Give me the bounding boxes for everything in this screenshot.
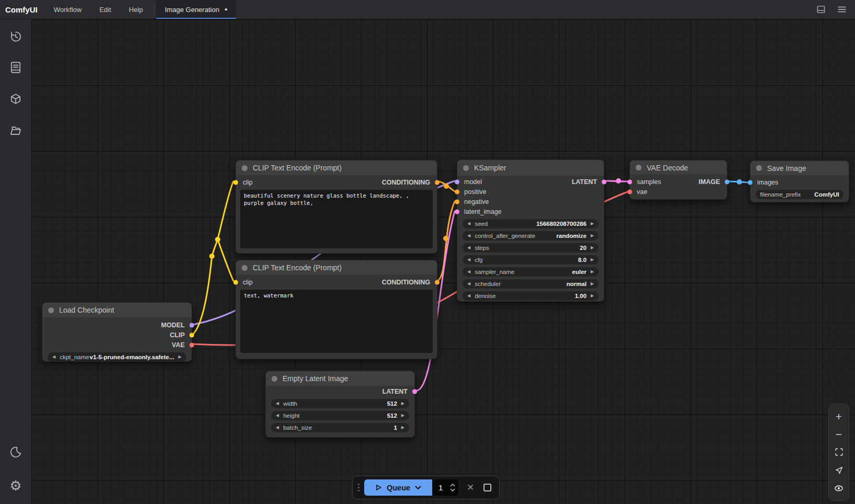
slot-row[interactable]: images — [750, 177, 849, 187]
collapse-dot[interactable] — [463, 165, 469, 171]
collapse-dot[interactable] — [242, 265, 248, 271]
node-clip-text-encode-negative[interactable]: CLIP Text Encode (Prompt) clip CONDITION… — [235, 260, 437, 359]
widget-ckpt-name[interactable]: ◀ ckpt_name v1-5-pruned-emaonly.safete..… — [48, 352, 186, 362]
node-title-bar[interactable]: Load Checkpoint — [42, 303, 192, 317]
prompt-textarea[interactable]: beautiful scenery nature glass bottle la… — [240, 190, 433, 248]
collapse-dot[interactable] — [242, 165, 248, 171]
input-dot-model[interactable] — [455, 179, 459, 184]
output-slot-clip[interactable]: CLIP — [42, 330, 192, 340]
output-slot-vae[interactable]: VAE — [42, 340, 192, 350]
increment-arrow-icon[interactable]: ▶ — [591, 294, 594, 298]
increment-arrow-icon[interactable]: ▶ — [591, 258, 594, 262]
decrement-arrow-icon[interactable]: ◀ — [52, 355, 55, 359]
increment-arrow-icon[interactable]: ▶ — [591, 282, 594, 286]
slot-row[interactable]: samples IMAGE — [630, 177, 727, 187]
increment-arrow-icon[interactable]: ▶ — [591, 222, 594, 226]
node-graph-canvas[interactable]: Load Checkpoint MODEL CLIP VAE ◀ ckpt_na… — [31, 19, 855, 504]
node-save-image[interactable]: Save Image images filename_prefix ComfyU… — [750, 161, 849, 202]
increment-arrow-icon[interactable]: ▶ — [591, 270, 594, 274]
widget-denoise[interactable]: ◀ denoise 1.00 ▶ — [463, 291, 599, 301]
widget-sampler-name[interactable]: ◀ sampler_name euler ▶ — [463, 267, 599, 277]
node-empty-latent-image[interactable]: Empty Latent Image LATENT ◀ width 512 ▶ … — [265, 371, 415, 438]
output-dot-conditioning[interactable] — [435, 180, 440, 185]
output-dot-model[interactable] — [189, 323, 194, 327]
node-clip-text-encode-positive[interactable]: CLIP Text Encode (Prompt) clip CONDITION… — [235, 160, 437, 254]
zoom-out-icon[interactable]: − — [833, 428, 845, 441]
output-slot-model[interactable]: MODEL — [42, 320, 192, 330]
widget-batch-size[interactable]: ◀ batch_size 1 ▶ — [271, 423, 409, 432]
menu-edit[interactable]: Edit — [91, 0, 120, 19]
widget-width[interactable]: ◀ width 512 ▶ — [271, 399, 409, 408]
node-vae-decode[interactable]: VAE Decode samples IMAGE vae — [629, 160, 727, 200]
prompt-textarea[interactable]: text, watermark — [240, 290, 433, 353]
theme-moon-icon[interactable] — [5, 442, 26, 463]
increment-arrow-icon[interactable]: ▶ — [401, 402, 404, 406]
node-title-bar[interactable]: KSampler — [457, 160, 604, 176]
output-dot-latent[interactable] — [412, 389, 417, 394]
slot-row[interactable]: model LATENT — [457, 177, 604, 187]
node-title-bar[interactable]: Save Image — [750, 161, 849, 175]
select-cursor-icon[interactable] — [833, 464, 845, 476]
node-title-bar[interactable]: CLIP Text Encode (Prompt) — [236, 161, 437, 175]
collapse-dot[interactable] — [756, 165, 762, 171]
widget-steps[interactable]: ◀ steps 20 ▶ — [463, 243, 599, 253]
increment-arrow-icon[interactable]: ▶ — [178, 355, 182, 359]
output-dot-latent[interactable] — [602, 179, 606, 184]
batch-count-input[interactable]: 1 — [432, 479, 458, 496]
collapse-dot[interactable] — [636, 165, 642, 170]
history-icon[interactable] — [5, 26, 26, 47]
tab-image-generation[interactable]: Image Generation ● — [156, 0, 236, 19]
output-dot-image[interactable] — [725, 179, 729, 184]
settings-gear-icon[interactable]: ⚙ — [5, 475, 26, 496]
stop-icon[interactable] — [483, 484, 491, 491]
collapse-dot[interactable] — [48, 307, 54, 313]
increment-arrow-icon[interactable]: ▶ — [591, 234, 594, 238]
decrement-arrow-icon[interactable]: ◀ — [467, 258, 470, 262]
widget-filename-prefix[interactable]: filename_prefix ComfyUI — [756, 190, 843, 199]
increment-arrow-icon[interactable]: ▶ — [401, 414, 404, 418]
bottom-panel-icon[interactable] — [815, 4, 827, 15]
queue-button[interactable]: Queue — [364, 479, 432, 496]
zoom-in-icon[interactable]: + — [833, 410, 845, 422]
decrement-arrow-icon[interactable]: ◀ — [467, 234, 470, 238]
decrement-arrow-icon[interactable]: ◀ — [276, 402, 279, 406]
chevron-down-icon[interactable] — [415, 486, 421, 490]
slot-row[interactable]: clip CONDITIONING — [236, 277, 437, 287]
decrement-arrow-icon[interactable]: ◀ — [467, 246, 470, 250]
input-dot-negative[interactable] — [455, 199, 459, 204]
input-dot-vae[interactable] — [627, 189, 632, 194]
widget-seed[interactable]: ◀ seed 156680208700286 ▶ — [463, 219, 599, 228]
widget-control-after-generate[interactable]: ◀ control_after_generate randomize ▶ — [463, 231, 599, 240]
output-dot-clip[interactable] — [189, 333, 194, 337]
input-dot-latent-image[interactable] — [455, 209, 459, 214]
increment-arrow-icon[interactable]: ▶ — [401, 426, 404, 430]
model-library-box-icon[interactable] — [5, 89, 26, 110]
widget-scheduler[interactable]: ◀ scheduler normal ▶ — [463, 279, 599, 289]
hamburger-menu-icon[interactable] — [836, 4, 848, 15]
slot-row[interactable]: positive — [457, 187, 604, 197]
decrement-arrow-icon[interactable]: ◀ — [276, 414, 279, 418]
node-title-bar[interactable]: VAE Decode — [630, 161, 727, 175]
input-dot-images[interactable] — [748, 180, 752, 185]
decrement-arrow-icon[interactable]: ◀ — [467, 270, 470, 274]
menu-help[interactable]: Help — [120, 0, 152, 19]
input-dot-samples[interactable] — [627, 179, 632, 184]
node-load-checkpoint[interactable]: Load Checkpoint MODEL CLIP VAE ◀ ckpt_na… — [42, 302, 192, 362]
fit-view-icon[interactable] — [833, 446, 845, 459]
workflows-folder-icon[interactable] — [5, 120, 26, 141]
node-ksampler[interactable]: KSampler model LATENT positive negative … — [457, 159, 604, 302]
output-slot-latent[interactable]: LATENT — [266, 386, 414, 396]
increment-arrow-icon[interactable]: ▶ — [591, 246, 594, 250]
queue-list-icon[interactable] — [5, 57, 26, 78]
cancel-icon[interactable]: ✕ — [467, 482, 474, 493]
slot-row[interactable]: latent_image — [457, 207, 604, 216]
node-title-bar[interactable]: Empty Latent Image — [266, 371, 414, 386]
slot-row[interactable]: vae — [630, 187, 727, 197]
step-up-icon[interactable] — [450, 484, 455, 487]
decrement-arrow-icon[interactable]: ◀ — [276, 426, 279, 430]
node-title-bar[interactable]: CLIP Text Encode (Prompt) — [236, 260, 437, 275]
input-dot-clip[interactable] — [233, 180, 238, 185]
input-dot-positive[interactable] — [455, 189, 459, 194]
widget-height[interactable]: ◀ height 512 ▶ — [271, 411, 409, 420]
decrement-arrow-icon[interactable]: ◀ — [467, 294, 470, 298]
